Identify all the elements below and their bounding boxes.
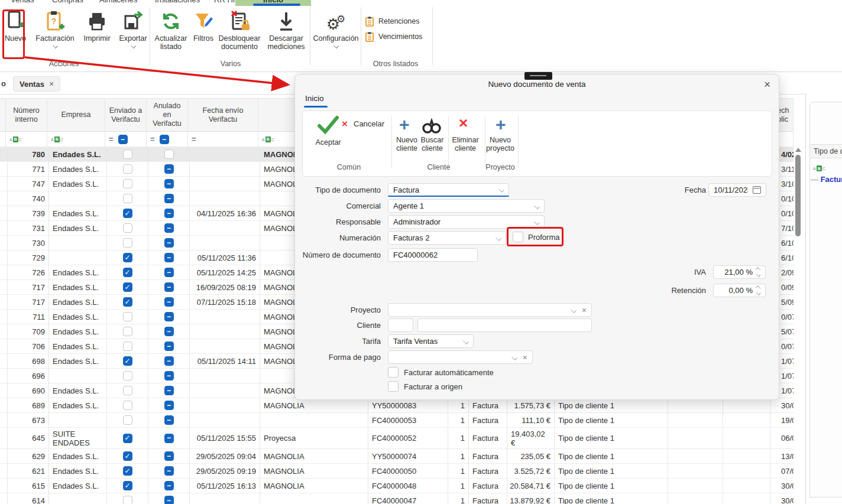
checkbox-unchecked[interactable] [123, 238, 132, 248]
checkbox-checked[interactable]: ✓ [123, 356, 132, 366]
tree-node-factura[interactable]: — Factura [811, 175, 842, 184]
checkbox-unchecked[interactable] [123, 179, 132, 188]
retenciones-button[interactable]: Retenciones [365, 14, 432, 28]
checkbox-checked[interactable]: ✓ [123, 481, 132, 490]
scroll-up-arrow-icon[interactable] [795, 148, 801, 152]
forma-pago-select[interactable]: × [388, 350, 533, 364]
checkbox-indeterminate[interactable]: − [164, 282, 174, 292]
retencion-stepper[interactable]: 0,00 % [713, 284, 766, 297]
cliente-code-input[interactable] [388, 318, 413, 332]
cancel-x-icon[interactable]: × [342, 118, 348, 130]
numero-documento-input[interactable]: FC40000062 [388, 248, 478, 262]
spinner-arrows-icon[interactable] [756, 268, 760, 277]
close-icon[interactable]: × [764, 78, 770, 91]
filter-cell[interactable]: = [188, 132, 258, 147]
checkbox-indeterminate[interactable]: − [164, 164, 174, 174]
vencimientos-button[interactable]: Vencimientos [365, 30, 432, 44]
top-tab-ventas[interactable]: Ventas [11, 0, 34, 4]
checkbox-indeterminate[interactable]: − [164, 434, 174, 443]
table-row[interactable]: 615Endades S.L.✓−05/11/2025 16:13MAGNOLI… [0, 479, 794, 493]
checkbox-indeterminate[interactable]: − [164, 268, 174, 277]
actualizar-listado-button[interactable]: Actualizar listado [153, 8, 189, 51]
descargar-mediciones-button[interactable]: Descargar mediciones [264, 8, 309, 51]
checkbox-checked[interactable]: ✓ [123, 268, 132, 277]
cancelar-button[interactable]: Cancelar [354, 119, 384, 128]
checkbox-unchecked[interactable] [123, 342, 132, 351]
table-row[interactable]: 689Endades S.L.−MAGNOLIAYY500000831Factu… [0, 398, 794, 413]
right-panel-header[interactable]: Tipo de do [810, 144, 842, 158]
checkbox-checked[interactable]: ✓ [123, 282, 132, 292]
filter-cell[interactable]: ABC [6, 132, 47, 147]
filter-cell[interactable]: ABC [47, 132, 105, 147]
table-row[interactable]: 621Endades S.L.✓−29/05/2025 09:19MAGNOLI… [0, 464, 794, 479]
checkbox-checked[interactable]: ✓ [123, 434, 132, 443]
column-header[interactable] [0, 99, 6, 132]
aceptar-label[interactable]: Aceptar [309, 138, 348, 147]
column-header[interactable]: Fecha envío Verifactu [188, 99, 258, 132]
column-header[interactable]: Empresa [47, 99, 105, 132]
checkbox-unchecked[interactable] [123, 149, 132, 159]
checkbox-unchecked[interactable] [123, 496, 132, 504]
tipo-documento-select[interactable]: Factura [388, 183, 509, 197]
checkbox-indeterminate[interactable]: − [160, 135, 169, 144]
checkbox-indeterminate[interactable]: − [164, 223, 174, 233]
delete-x-icon[interactable]: × [459, 116, 468, 130]
abc-filter-icon[interactable]: ABC [813, 162, 825, 173]
comercial-select[interactable]: Agente 1 [388, 199, 545, 213]
checkbox-unchecked[interactable] [123, 371, 132, 381]
plus-icon[interactable]: + [399, 117, 410, 132]
facturacion-button[interactable]: ? Facturación [33, 8, 77, 48]
top-tab-inicio[interactable]: Inicio [235, 0, 311, 6]
checkbox-checked[interactable]: ✓ [123, 297, 132, 307]
view-tab-partial[interactable]: o [1, 79, 6, 88]
checkbox-indeterminate[interactable]: − [164, 209, 174, 218]
abc-filter-icon[interactable]: ABC [262, 136, 274, 142]
proforma-checkbox[interactable] [513, 232, 523, 242]
checkbox-unchecked[interactable] [123, 194, 132, 203]
column-header[interactable]: Enviado a Verifactu [105, 99, 147, 132]
checkbox-indeterminate[interactable]: − [164, 386, 174, 395]
checkbox-checked[interactable]: ✓ [123, 209, 132, 218]
numeracion-select[interactable]: Facturas 2 [388, 231, 506, 245]
fecha-input[interactable]: 10/11/2025 [708, 183, 766, 197]
clear-icon[interactable]: × [523, 353, 527, 362]
column-header[interactable]: Número interno [6, 99, 47, 132]
checkbox-unchecked[interactable] [123, 312, 132, 321]
configuracion-button[interactable]: ⚙⚙ Configuración [312, 8, 360, 48]
checkbox-unchecked[interactable] [123, 415, 132, 425]
cliente-name-input[interactable] [417, 318, 592, 332]
responsable-select[interactable]: Administrador [388, 215, 545, 229]
checkbox-indeterminate[interactable]: − [164, 342, 174, 351]
aceptar-button[interactable] [317, 116, 339, 137]
checkbox-indeterminate[interactable]: − [164, 327, 174, 336]
scrollbar-thumb[interactable] [795, 155, 801, 236]
checkbox-indeterminate[interactable]: − [164, 356, 174, 366]
table-row[interactable]: 645SUITE ENDADES✓−05/11/2025 15:55Proyec… [0, 428, 794, 449]
facturar-automaticamente-checkbox[interactable] [388, 367, 399, 378]
view-tab-ventas[interactable]: Ventas × [13, 76, 60, 92]
checkbox-unchecked[interactable] [123, 327, 132, 336]
checkbox-indeterminate[interactable]: − [164, 179, 174, 188]
nuevo-proyecto-button[interactable]: Nuevo proyecto [483, 136, 517, 152]
top-tab-rrhh[interactable]: RR HH [214, 0, 238, 4]
top-tab-instalaciones[interactable]: Instalaciones [155, 0, 200, 4]
checkbox-checked[interactable]: ✓ [123, 253, 132, 262]
checkbox-unchecked[interactable] [164, 149, 174, 159]
checkbox-indeterminate[interactable]: − [164, 297, 174, 307]
checkbox-indeterminate[interactable]: − [118, 135, 128, 144]
checkbox-indeterminate[interactable]: − [164, 371, 174, 381]
facturar-origen-checkbox[interactable] [388, 381, 399, 392]
checkbox-checked[interactable]: ✓ [123, 451, 132, 461]
top-tab-almacenes[interactable]: Almacenes [99, 0, 137, 4]
checkbox-indeterminate[interactable]: − [164, 481, 174, 490]
filtros-button[interactable]: Filtros [190, 8, 216, 43]
top-tab-compras[interactable]: Compras [52, 0, 83, 4]
checkbox-unchecked[interactable] [123, 164, 132, 174]
checkbox-indeterminate[interactable]: − [164, 496, 174, 504]
buscar-cliente-button[interactable]: Buscar cliente [417, 136, 447, 152]
tarifa-select[interactable]: Tarifa Ventas [388, 334, 474, 348]
eliminar-cliente-button[interactable]: Eliminar cliente [448, 136, 482, 152]
plus-icon[interactable]: + [496, 117, 506, 132]
clear-icon[interactable]: × [582, 305, 587, 315]
column-header[interactable]: Anulado en Verifactu [147, 99, 188, 132]
